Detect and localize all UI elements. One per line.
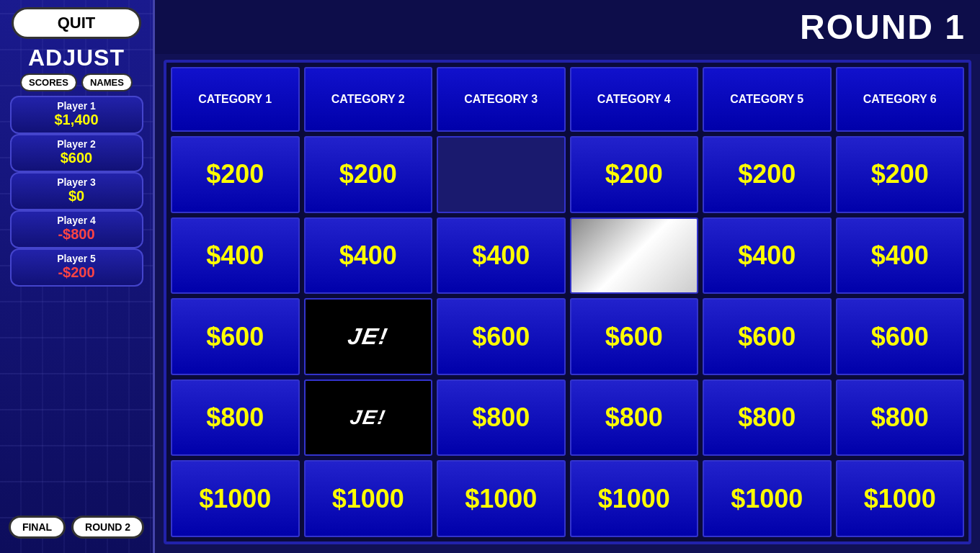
quit-button[interactable]: QUIT	[12, 7, 141, 39]
clue-cell-row5-col4[interactable]: $1000	[570, 460, 699, 537]
clue-cell-row1-col6[interactable]: $200	[836, 136, 965, 213]
player-card-4: Player 4-$800	[10, 210, 143, 248]
player-score-1: $1,400	[17, 112, 136, 128]
clue-cell-row1-col4[interactable]: $200	[570, 136, 699, 213]
clue-cell-row1-col5[interactable]: $200	[703, 136, 832, 213]
category-header-2: CATEGORY 2	[304, 67, 433, 132]
clue-cell-row1-col1[interactable]: $200	[171, 136, 300, 213]
clue-cell-row3-col4[interactable]: $600	[570, 298, 699, 375]
clue-cell-row2-col3[interactable]: $400	[437, 217, 566, 295]
clue-cell-row2-col6[interactable]: $400	[836, 217, 965, 295]
category-header-6: CATEGORY 6	[836, 67, 965, 132]
adjust-label: ADJUST	[28, 46, 125, 69]
category-header-5: CATEGORY 5	[703, 67, 832, 132]
category-header-4: CATEGORY 4	[570, 67, 699, 132]
clue-cell-row5-col5[interactable]: $1000	[703, 460, 832, 537]
final-button[interactable]: FINAL	[9, 516, 66, 539]
round2-button[interactable]: ROUND 2	[71, 516, 144, 539]
top-bar: ROUND 1	[155, 0, 980, 54]
category-header-3: CATEGORY 3	[437, 67, 566, 132]
clue-cell-row2-col2[interactable]: $400	[304, 217, 433, 295]
board-container: CATEGORY 1CATEGORY 2CATEGORY 3CATEGORY 4…	[155, 54, 980, 553]
player-name-5: Player 5	[17, 253, 136, 264]
game-board: CATEGORY 1CATEGORY 2CATEGORY 3CATEGORY 4…	[164, 60, 971, 544]
clue-cell-row4-col1[interactable]: $800	[171, 379, 300, 457]
scores-button[interactable]: SCORES	[20, 73, 77, 91]
player-card-5: Player 5-$200	[10, 248, 143, 287]
player-card-1: Player 1$1,400	[10, 96, 143, 134]
clue-cell-row4-col4[interactable]: $800	[570, 379, 699, 457]
clue-cell-row5-col3[interactable]: $1000	[437, 460, 566, 537]
clue-cell-row1-col3	[437, 136, 566, 213]
category-header-1: CATEGORY 1	[171, 67, 300, 132]
clue-cell-row2-col4	[570, 217, 699, 295]
player-card-3: Player 3$0	[10, 172, 143, 210]
clue-cell-row4-col5[interactable]: $800	[703, 379, 832, 457]
round-title: ROUND 1	[800, 7, 966, 47]
main-area: ROUND 1 CATEGORY 1CATEGORY 2CATEGORY 3CA…	[155, 0, 980, 553]
clue-cell-row3-col1[interactable]: $600	[171, 298, 300, 375]
sidebar: QUIT ADJUST SCORES NAMES Player 1$1,400P…	[0, 0, 155, 553]
clue-cell-row2-col1[interactable]: $400	[171, 217, 300, 295]
player-name-4: Player 4	[17, 215, 136, 226]
player-name-1: Player 1	[17, 100, 136, 112]
clue-cell-row3-col5[interactable]: $600	[703, 298, 832, 375]
player-name-2: Player 2	[17, 138, 136, 150]
player-score-2: $600	[17, 150, 136, 166]
player-score-4: -$800	[17, 226, 136, 243]
player-card-2: Player 2$600	[10, 134, 143, 172]
clue-cell-row2-col5[interactable]: $400	[703, 217, 832, 295]
clue-cell-row1-col2[interactable]: $200	[304, 136, 433, 213]
player-name-3: Player 3	[17, 176, 136, 188]
clue-cell-row5-col2[interactable]: $1000	[304, 460, 433, 537]
names-button[interactable]: NAMES	[81, 73, 133, 91]
clue-cell-row5-col6[interactable]: $1000	[836, 460, 965, 537]
scores-names-row: SCORES NAMES	[20, 73, 133, 91]
clue-cell-row4-col2: JE!	[304, 379, 433, 457]
clue-cell-row3-col3[interactable]: $600	[437, 298, 566, 375]
player-score-3: $0	[17, 188, 136, 204]
players-container: Player 1$1,400Player 2$600Player 3$0Play…	[10, 96, 143, 287]
clue-cell-row4-col6[interactable]: $800	[836, 379, 965, 457]
bottom-buttons: FINAL ROUND 2	[9, 516, 144, 546]
clue-cell-row3-col2: JE!	[304, 298, 433, 375]
clue-cell-row3-col6[interactable]: $600	[836, 298, 965, 375]
player-score-5: -$200	[17, 264, 136, 281]
clue-cell-row5-col1[interactable]: $1000	[171, 460, 300, 537]
clue-cell-row4-col3[interactable]: $800	[437, 379, 566, 457]
